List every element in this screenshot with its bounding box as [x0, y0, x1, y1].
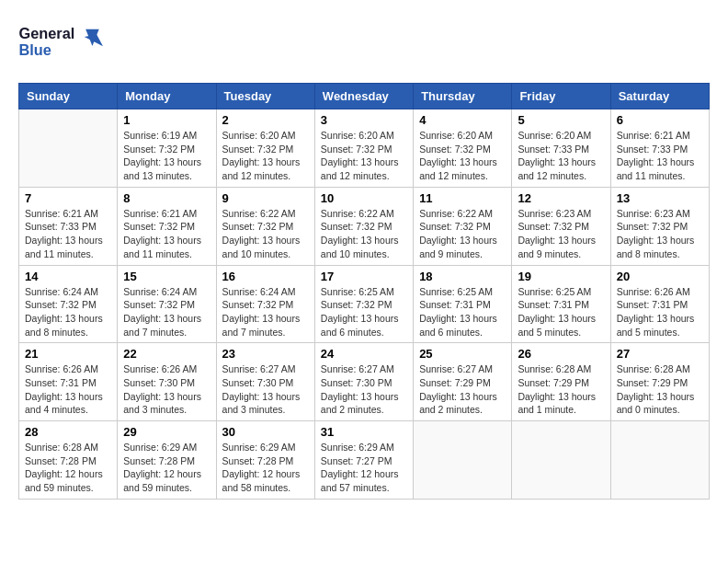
day-info: Sunrise: 6:28 AM Sunset: 7:29 PM Dayligh… — [617, 362, 703, 417]
day-info: Sunrise: 6:25 AM Sunset: 7:31 PM Dayligh… — [419, 285, 506, 339]
day-number: 28 — [25, 425, 111, 439]
day-number: 31 — [321, 425, 407, 439]
day-info: Sunrise: 6:26 AM Sunset: 7:30 PM Dayligh… — [123, 362, 210, 417]
calendar-cell — [19, 109, 118, 188]
day-number: 25 — [419, 347, 506, 361]
day-info: Sunrise: 6:26 AM Sunset: 7:31 PM Dayligh… — [617, 285, 703, 339]
day-info: Sunrise: 6:29 AM Sunset: 7:27 PM Dayligh… — [321, 441, 407, 495]
day-info: Sunrise: 6:24 AM Sunset: 7:32 PM Dayligh… — [25, 285, 111, 339]
calendar-cell: 14Sunrise: 6:24 AM Sunset: 7:32 PM Dayli… — [19, 265, 118, 343]
calendar-cell: 11Sunrise: 6:22 AM Sunset: 7:32 PM Dayli… — [414, 187, 512, 265]
calendar-cell — [414, 421, 512, 500]
day-number: 10 — [321, 191, 407, 205]
calendar-cell: 19Sunrise: 6:25 AM Sunset: 7:31 PM Dayli… — [512, 265, 610, 343]
day-number: 13 — [617, 191, 703, 205]
calendar-cell: 10Sunrise: 6:22 AM Sunset: 7:32 PM Dayli… — [314, 187, 413, 265]
day-number: 6 — [617, 113, 703, 127]
day-info: Sunrise: 6:23 AM Sunset: 7:32 PM Dayligh… — [617, 207, 703, 261]
day-number: 30 — [222, 425, 309, 439]
calendar-cell: 2Sunrise: 6:20 AM Sunset: 7:32 PM Daylig… — [216, 109, 314, 188]
day-number: 17 — [321, 270, 407, 283]
calendar-cell: 29Sunrise: 6:29 AM Sunset: 7:28 PM Dayli… — [118, 421, 216, 500]
day-info: Sunrise: 6:23 AM Sunset: 7:32 PM Dayligh… — [518, 207, 604, 261]
day-info: Sunrise: 6:29 AM Sunset: 7:28 PM Dayligh… — [222, 441, 309, 495]
day-number: 26 — [518, 347, 604, 361]
day-number: 12 — [518, 191, 604, 205]
day-info: Sunrise: 6:21 AM Sunset: 7:32 PM Dayligh… — [123, 207, 210, 261]
day-info: Sunrise: 6:21 AM Sunset: 7:33 PM Dayligh… — [25, 207, 111, 261]
day-of-week-header: Sunday — [19, 84, 118, 109]
day-number: 3 — [321, 113, 407, 127]
calendar-cell: 15Sunrise: 6:24 AM Sunset: 7:32 PM Dayli… — [118, 265, 216, 343]
calendar-cell: 4Sunrise: 6:20 AM Sunset: 7:32 PM Daylig… — [414, 109, 512, 188]
day-info: Sunrise: 6:24 AM Sunset: 7:32 PM Dayligh… — [222, 285, 309, 339]
calendar-cell: 20Sunrise: 6:26 AM Sunset: 7:31 PM Dayli… — [610, 265, 709, 343]
calendar-cell: 24Sunrise: 6:27 AM Sunset: 7:30 PM Dayli… — [314, 343, 413, 421]
day-of-week-header: Tuesday — [216, 84, 314, 109]
page-header: General Blue — [18, 18, 710, 68]
calendar-cell: 16Sunrise: 6:24 AM Sunset: 7:32 PM Dayli… — [216, 265, 314, 343]
svg-text:Blue: Blue — [18, 41, 51, 58]
day-info: Sunrise: 6:26 AM Sunset: 7:31 PM Dayligh… — [25, 362, 111, 417]
calendar-cell: 7Sunrise: 6:21 AM Sunset: 7:33 PM Daylig… — [19, 187, 118, 265]
day-number: 2 — [222, 113, 309, 127]
calendar-table: SundayMondayTuesdayWednesdayThursdayFrid… — [18, 83, 710, 500]
svg-text:General: General — [18, 25, 74, 41]
day-number: 1 — [123, 113, 210, 127]
day-of-week-header: Friday — [512, 84, 610, 109]
calendar-cell: 27Sunrise: 6:28 AM Sunset: 7:29 PM Dayli… — [610, 343, 709, 421]
day-number: 7 — [25, 191, 111, 205]
day-info: Sunrise: 6:27 AM Sunset: 7:30 PM Dayligh… — [222, 362, 309, 417]
day-info: Sunrise: 6:25 AM Sunset: 7:32 PM Dayligh… — [321, 285, 407, 339]
calendar-cell: 3Sunrise: 6:20 AM Sunset: 7:32 PM Daylig… — [314, 109, 413, 188]
day-info: Sunrise: 6:29 AM Sunset: 7:28 PM Dayligh… — [123, 441, 210, 495]
day-number: 29 — [123, 425, 210, 439]
calendar-week-row: 1Sunrise: 6:19 AM Sunset: 7:32 PM Daylig… — [19, 109, 710, 188]
calendar-cell: 22Sunrise: 6:26 AM Sunset: 7:30 PM Dayli… — [118, 343, 216, 421]
day-number: 27 — [617, 347, 703, 361]
calendar-cell: 8Sunrise: 6:21 AM Sunset: 7:32 PM Daylig… — [118, 187, 216, 265]
day-number: 24 — [321, 347, 407, 361]
calendar-cell: 5Sunrise: 6:20 AM Sunset: 7:33 PM Daylig… — [512, 109, 610, 188]
day-number: 15 — [123, 270, 210, 283]
calendar-cell: 25Sunrise: 6:27 AM Sunset: 7:29 PM Dayli… — [414, 343, 512, 421]
logo: General Blue — [18, 18, 119, 68]
day-info: Sunrise: 6:22 AM Sunset: 7:32 PM Dayligh… — [222, 207, 309, 261]
calendar-cell: 13Sunrise: 6:23 AM Sunset: 7:32 PM Dayli… — [610, 187, 709, 265]
calendar-cell: 6Sunrise: 6:21 AM Sunset: 7:33 PM Daylig… — [610, 109, 709, 188]
day-number: 21 — [25, 347, 111, 361]
day-number: 11 — [419, 191, 506, 205]
calendar-header-row: SundayMondayTuesdayWednesdayThursdayFrid… — [19, 84, 710, 109]
day-number: 20 — [617, 270, 703, 283]
day-number: 16 — [222, 270, 309, 283]
calendar-week-row: 7Sunrise: 6:21 AM Sunset: 7:33 PM Daylig… — [19, 187, 710, 265]
day-info: Sunrise: 6:19 AM Sunset: 7:32 PM Dayligh… — [123, 129, 210, 183]
calendar-cell: 12Sunrise: 6:23 AM Sunset: 7:32 PM Dayli… — [512, 187, 610, 265]
calendar-cell: 17Sunrise: 6:25 AM Sunset: 7:32 PM Dayli… — [314, 265, 413, 343]
calendar-cell — [512, 421, 610, 500]
day-of-week-header: Saturday — [610, 84, 709, 109]
day-info: Sunrise: 6:27 AM Sunset: 7:29 PM Dayligh… — [419, 362, 506, 417]
day-number: 9 — [222, 191, 309, 205]
day-of-week-header: Monday — [118, 84, 216, 109]
day-info: Sunrise: 6:20 AM Sunset: 7:32 PM Dayligh… — [321, 129, 407, 183]
calendar-cell: 21Sunrise: 6:26 AM Sunset: 7:31 PM Dayli… — [19, 343, 118, 421]
day-number: 14 — [25, 270, 111, 283]
calendar-cell: 28Sunrise: 6:28 AM Sunset: 7:28 PM Dayli… — [19, 421, 118, 500]
day-info: Sunrise: 6:27 AM Sunset: 7:30 PM Dayligh… — [321, 362, 407, 417]
day-info: Sunrise: 6:28 AM Sunset: 7:29 PM Dayligh… — [518, 362, 604, 417]
calendar-cell: 26Sunrise: 6:28 AM Sunset: 7:29 PM Dayli… — [512, 343, 610, 421]
calendar-cell: 1Sunrise: 6:19 AM Sunset: 7:32 PM Daylig… — [118, 109, 216, 188]
day-number: 4 — [419, 113, 506, 127]
day-info: Sunrise: 6:24 AM Sunset: 7:32 PM Dayligh… — [123, 285, 210, 339]
calendar-week-row: 14Sunrise: 6:24 AM Sunset: 7:32 PM Dayli… — [19, 265, 710, 343]
calendar-week-row: 21Sunrise: 6:26 AM Sunset: 7:31 PM Dayli… — [19, 343, 710, 421]
day-number: 22 — [123, 347, 210, 361]
calendar-cell: 30Sunrise: 6:29 AM Sunset: 7:28 PM Dayli… — [216, 421, 314, 500]
day-number: 5 — [518, 113, 604, 127]
calendar-cell: 31Sunrise: 6:29 AM Sunset: 7:27 PM Dayli… — [314, 421, 413, 500]
day-info: Sunrise: 6:25 AM Sunset: 7:31 PM Dayligh… — [518, 285, 604, 339]
calendar-cell: 9Sunrise: 6:22 AM Sunset: 7:32 PM Daylig… — [216, 187, 314, 265]
day-of-week-header: Thursday — [414, 84, 512, 109]
calendar-week-row: 28Sunrise: 6:28 AM Sunset: 7:28 PM Dayli… — [19, 421, 710, 500]
